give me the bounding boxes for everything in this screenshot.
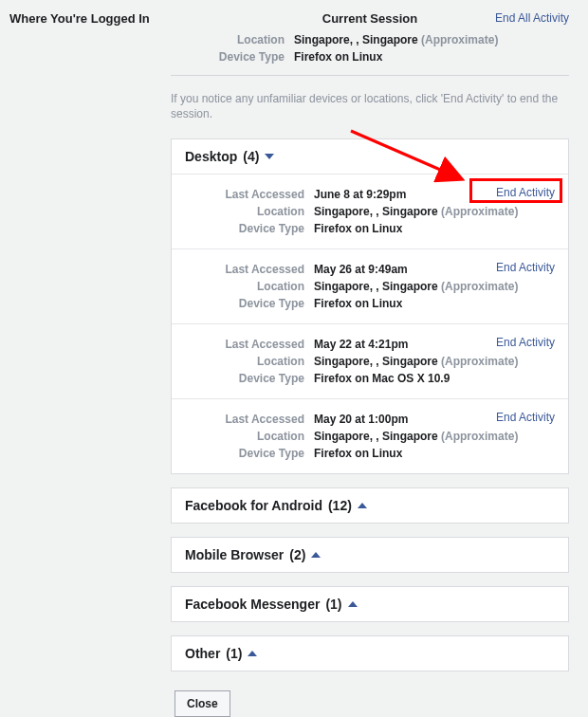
session-group-name: Other <box>185 646 220 661</box>
section-title: Where You're Logged In <box>9 11 150 26</box>
session-device-label: Device Type <box>172 370 314 387</box>
session-row: Last AccessedJune 8 at 9:29pmLocationSin… <box>172 174 568 248</box>
session-location-label: Location <box>172 278 314 295</box>
session-location-label: Location <box>172 203 314 220</box>
current-device-value: Firefox on Linux <box>294 48 382 65</box>
session-device-row: Device TypeFirefox on Linux <box>172 445 568 462</box>
session-row: Last AccessedMay 20 at 1:00pmLocationSin… <box>172 398 568 473</box>
session-location-row: LocationSingapore, , Singapore (Approxim… <box>172 278 568 295</box>
svg-marker-1 <box>358 503 367 508</box>
current-location-value: Singapore, , Singapore (Approximate) <box>294 31 498 48</box>
session-device-label: Device Type <box>172 445 314 462</box>
session-last-accessed-label: Last Accessed <box>172 186 314 203</box>
session-group-header[interactable]: Facebook for Android (12) <box>172 488 568 523</box>
end-all-activity-link[interactable]: End All Activity <box>495 11 569 25</box>
session-device-label: Device Type <box>172 220 314 237</box>
session-location-row: LocationSingapore, , Singapore (Approxim… <box>172 353 568 370</box>
session-group: Other (1) <box>171 635 569 671</box>
session-group-name: Facebook for Android <box>185 498 322 513</box>
chevron-up-icon <box>311 552 321 558</box>
current-session-header: End All Activity Current Session <box>171 11 569 31</box>
session-group-header[interactable]: Other (1) <box>172 636 568 671</box>
session-location-value: Singapore, , Singapore (Approximate) <box>314 203 518 220</box>
session-last-accessed-label: Last Accessed <box>172 336 314 353</box>
current-location-approx: (Approximate) <box>421 33 498 46</box>
svg-marker-3 <box>348 601 358 607</box>
session-location-approx: (Approximate) <box>441 430 518 443</box>
chevron-up-icon <box>358 503 367 508</box>
session-last-accessed-value: May 22 at 4:21pm <box>314 336 408 353</box>
session-location-approx: (Approximate) <box>441 355 518 368</box>
chevron-down-icon <box>265 154 274 159</box>
session-group: Mobile Browser (2) <box>171 537 569 573</box>
session-device-row: Device TypeFirefox on Linux <box>172 295 568 312</box>
session-device-value: Firefox on Mac OS X 10.9 <box>314 370 450 387</box>
footer: Close <box>171 685 569 717</box>
svg-marker-4 <box>248 651 257 656</box>
session-device-value: Firefox on Linux <box>314 445 402 462</box>
current-location-row: Location Singapore, , Singapore (Approxi… <box>171 31 569 48</box>
session-groups: Desktop (4) Last AccessedJune 8 at 9:29p… <box>171 138 569 671</box>
session-group-count: (1) <box>226 646 242 661</box>
end-activity-link[interactable]: End Activity <box>496 261 555 274</box>
session-group-name: Mobile Browser <box>185 547 284 562</box>
session-location-row: LocationSingapore, , Singapore (Approxim… <box>172 203 568 220</box>
current-device-row: Device Type Firefox on Linux <box>171 48 569 65</box>
security-sessions-page: Where You're Logged In End All Activity … <box>0 0 588 717</box>
current-device-label: Device Type <box>171 48 294 65</box>
session-device-row: Device TypeFirefox on Linux <box>172 220 568 237</box>
session-last-accessed-label: Last Accessed <box>172 411 314 428</box>
current-location-label: Location <box>171 31 294 48</box>
session-group-count: (12) <box>328 498 352 513</box>
session-group-name: Desktop <box>185 149 237 164</box>
session-group: Facebook for Android (12) <box>171 487 569 524</box>
chevron-up-icon <box>248 651 257 656</box>
session-location-approx: (Approximate) <box>441 205 518 218</box>
current-location-text: Singapore, , Singapore <box>294 33 418 46</box>
divider <box>171 75 569 76</box>
session-last-accessed-value: May 26 at 9:49am <box>314 261 408 278</box>
session-group: Facebook Messenger (1) <box>171 586 569 622</box>
close-button[interactable]: Close <box>175 690 230 717</box>
session-group-header[interactable]: Mobile Browser (2) <box>172 538 568 572</box>
session-row: Last AccessedMay 26 at 9:49amLocationSin… <box>172 248 568 323</box>
session-last-accessed-value: May 20 at 1:00pm <box>314 411 408 428</box>
session-device-value: Firefox on Linux <box>314 220 402 237</box>
session-location-label: Location <box>172 353 314 370</box>
session-row: Last AccessedMay 22 at 4:21pmLocationSin… <box>172 323 568 398</box>
notice-text: If you notice any unfamiliar devices or … <box>171 85 569 138</box>
session-location-row: LocationSingapore, , Singapore (Approxim… <box>172 428 568 445</box>
session-group-header[interactable]: Desktop (4) <box>172 139 568 174</box>
svg-marker-0 <box>265 154 274 159</box>
session-last-accessed-label: Last Accessed <box>172 261 314 278</box>
session-device-value: Firefox on Linux <box>314 295 402 312</box>
session-location-value: Singapore, , Singapore (Approximate) <box>314 353 518 370</box>
session-group-count: (1) <box>325 597 341 612</box>
chevron-up-icon <box>348 601 358 607</box>
session-last-accessed-value: June 8 at 9:29pm <box>314 186 406 203</box>
session-group: Desktop (4) Last AccessedJune 8 at 9:29p… <box>171 138 569 474</box>
session-location-value: Singapore, , Singapore (Approximate) <box>314 278 518 295</box>
session-group-count: (4) <box>243 149 259 164</box>
end-activity-link[interactable]: End Activity <box>496 411 555 424</box>
session-group-count: (2) <box>289 547 305 562</box>
session-location-approx: (Approximate) <box>441 280 518 293</box>
session-device-row: Device TypeFirefox on Mac OS X 10.9 <box>172 370 568 387</box>
session-group-header[interactable]: Facebook Messenger (1) <box>172 587 568 621</box>
end-activity-link[interactable]: End Activity <box>496 186 555 199</box>
session-location-label: Location <box>172 428 314 445</box>
end-activity-link[interactable]: End Activity <box>496 336 555 349</box>
session-location-value: Singapore, , Singapore (Approximate) <box>314 428 518 445</box>
session-device-label: Device Type <box>172 295 314 312</box>
svg-marker-2 <box>311 552 321 558</box>
session-group-name: Facebook Messenger <box>185 597 320 612</box>
content-area: End All Activity Current Session Locatio… <box>171 0 588 717</box>
